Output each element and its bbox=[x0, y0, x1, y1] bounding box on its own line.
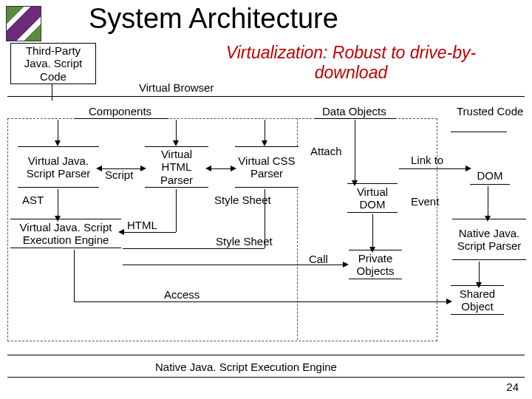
edge-script: Script bbox=[105, 168, 133, 181]
edge-attach: Attach bbox=[310, 145, 342, 157]
box-vhtml-parser: Virtual HTML Parser bbox=[145, 146, 208, 188]
edge-call: Call bbox=[309, 253, 328, 265]
edge-html: HTML bbox=[127, 219, 157, 231]
box-third-party-code: Third-Party Java. Script Code bbox=[10, 43, 96, 84]
box-virtual-dom: Virtual DOM bbox=[347, 183, 398, 213]
box-private-objects: Private Objects bbox=[349, 250, 402, 279]
page-title: System Architecture bbox=[89, 3, 338, 35]
slide-number: 24 bbox=[506, 381, 519, 393]
box-shared-object: Shared Object bbox=[451, 285, 504, 315]
label-native-exec: Native Java. Script Execution Engine bbox=[155, 361, 337, 373]
edge-ast: AST bbox=[22, 194, 44, 206]
label-virtual-browser: Virtual Browser bbox=[139, 81, 214, 94]
label-trusted-code: Trusted Code bbox=[457, 105, 523, 117]
page-subtitle: Virtualization: Robust to drive-by-downl… bbox=[192, 43, 510, 83]
box-vjs-exec: Virtual Java. Script Execution Engine bbox=[10, 219, 121, 248]
edge-style1: Style Sheet bbox=[214, 194, 271, 206]
edge-linkto: Link to bbox=[411, 154, 443, 166]
box-dom: DOM bbox=[470, 167, 510, 185]
box-vcss-parser: Virtual CSS Parser bbox=[235, 146, 299, 188]
edge-event: Event bbox=[411, 195, 439, 208]
slide-logo bbox=[6, 6, 41, 41]
label-data-objects: Data Objects bbox=[322, 105, 386, 117]
box-vjs-parser: Virtual Java. Script Parser bbox=[18, 146, 99, 188]
label-components: Components bbox=[89, 105, 151, 117]
box-native-js-parser: Native Java. Script Parser bbox=[452, 219, 526, 260]
diagram-canvas: System Architecture Virtualization: Robu… bbox=[0, 0, 532, 399]
edge-access: Access bbox=[164, 288, 200, 301]
